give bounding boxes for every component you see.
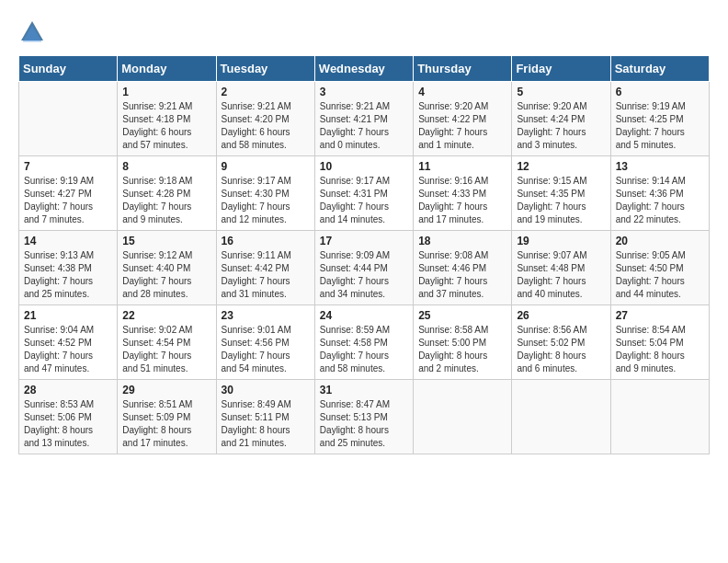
day-info: Sunrise: 9:11 AM Sunset: 4:42 PM Dayligh…: [222, 249, 310, 301]
calendar-row-3: 21Sunrise: 9:04 AM Sunset: 4:52 PM Dayli…: [19, 305, 710, 380]
calendar-cell: 8Sunrise: 9:18 AM Sunset: 4:28 PM Daylig…: [118, 156, 216, 231]
day-number: 25: [418, 309, 506, 322]
calendar-cell: [512, 380, 610, 454]
calendar-cell: 31Sunrise: 8:47 AM Sunset: 5:13 PM Dayli…: [314, 380, 413, 454]
day-info: Sunrise: 9:12 AM Sunset: 4:40 PM Dayligh…: [122, 249, 210, 301]
calendar-cell: [19, 82, 118, 156]
day-info: Sunrise: 8:47 AM Sunset: 5:13 PM Dayligh…: [320, 398, 408, 450]
calendar-cell: 21Sunrise: 9:04 AM Sunset: 4:52 PM Dayli…: [19, 305, 118, 380]
day-info: Sunrise: 8:49 AM Sunset: 5:11 PM Dayligh…: [222, 398, 310, 450]
day-info: Sunrise: 9:02 AM Sunset: 4:54 PM Dayligh…: [122, 324, 210, 375]
calendar-cell: [610, 380, 709, 454]
header-cell-friday: Friday: [512, 56, 610, 82]
calendar-cell: 19Sunrise: 9:07 AM Sunset: 4:48 PM Dayli…: [512, 231, 610, 305]
calendar-cell: 14Sunrise: 9:13 AM Sunset: 4:38 PM Dayli…: [19, 231, 118, 305]
day-number: 16: [222, 235, 310, 247]
calendar-cell: 9Sunrise: 9:17 AM Sunset: 4:30 PM Daylig…: [216, 156, 314, 231]
calendar-row-1: 7Sunrise: 9:19 AM Sunset: 4:27 PM Daylig…: [19, 156, 710, 231]
calendar-row-0: 1Sunrise: 9:21 AM Sunset: 4:18 PM Daylig…: [19, 82, 710, 156]
day-number: 8: [122, 160, 210, 173]
calendar-cell: 7Sunrise: 9:19 AM Sunset: 4:27 PM Daylig…: [19, 156, 118, 231]
page-header: [18, 18, 710, 46]
day-number: 28: [24, 384, 112, 396]
calendar-cell: 5Sunrise: 9:20 AM Sunset: 4:24 PM Daylig…: [512, 82, 610, 156]
day-info: Sunrise: 9:05 AM Sunset: 4:50 PM Dayligh…: [616, 249, 704, 301]
calendar-cell: 28Sunrise: 8:53 AM Sunset: 5:06 PM Dayli…: [19, 380, 118, 454]
day-info: Sunrise: 9:20 AM Sunset: 4:22 PM Dayligh…: [418, 100, 506, 152]
day-info: Sunrise: 9:19 AM Sunset: 4:25 PM Dayligh…: [616, 100, 704, 152]
day-info: Sunrise: 8:56 AM Sunset: 5:02 PM Dayligh…: [517, 324, 605, 375]
day-info: Sunrise: 9:14 AM Sunset: 4:36 PM Dayligh…: [616, 175, 704, 226]
day-number: 22: [122, 309, 210, 322]
day-number: 1: [122, 86, 210, 98]
calendar-header: SundayMondayTuesdayWednesdayThursdayFrid…: [19, 56, 710, 82]
calendar-cell: 20Sunrise: 9:05 AM Sunset: 4:50 PM Dayli…: [610, 231, 709, 305]
day-number: 18: [418, 235, 506, 247]
day-info: Sunrise: 9:09 AM Sunset: 4:44 PM Dayligh…: [320, 249, 408, 301]
day-info: Sunrise: 9:19 AM Sunset: 4:27 PM Dayligh…: [24, 175, 112, 226]
calendar-body: 1Sunrise: 9:21 AM Sunset: 4:18 PM Daylig…: [19, 82, 710, 454]
logo-icon: [18, 18, 46, 46]
day-number: 15: [122, 235, 210, 247]
day-info: Sunrise: 9:04 AM Sunset: 4:52 PM Dayligh…: [24, 324, 112, 375]
header-cell-sunday: Sunday: [19, 56, 118, 82]
calendar-cell: 24Sunrise: 8:59 AM Sunset: 4:58 PM Dayli…: [314, 305, 413, 380]
day-info: Sunrise: 8:58 AM Sunset: 5:00 PM Dayligh…: [418, 324, 506, 375]
day-info: Sunrise: 9:18 AM Sunset: 4:28 PM Dayligh…: [122, 175, 210, 226]
day-number: 17: [320, 235, 408, 247]
calendar-cell: 16Sunrise: 9:11 AM Sunset: 4:42 PM Dayli…: [216, 231, 314, 305]
calendar-cell: 6Sunrise: 9:19 AM Sunset: 4:25 PM Daylig…: [610, 82, 709, 156]
day-number: 30: [222, 384, 310, 396]
day-number: 21: [24, 309, 112, 322]
day-number: 27: [616, 309, 704, 322]
day-info: Sunrise: 9:21 AM Sunset: 4:20 PM Dayligh…: [222, 100, 310, 152]
calendar-cell: 26Sunrise: 8:56 AM Sunset: 5:02 PM Dayli…: [512, 305, 610, 380]
day-info: Sunrise: 9:20 AM Sunset: 4:24 PM Dayligh…: [517, 100, 605, 152]
calendar-cell: 27Sunrise: 8:54 AM Sunset: 5:04 PM Dayli…: [610, 305, 709, 380]
calendar-table: SundayMondayTuesdayWednesdayThursdayFrid…: [18, 55, 710, 454]
calendar-cell: 10Sunrise: 9:17 AM Sunset: 4:31 PM Dayli…: [314, 156, 413, 231]
day-number: 26: [517, 309, 605, 322]
logo: [18, 18, 50, 46]
header-cell-tuesday: Tuesday: [216, 56, 314, 82]
day-number: 13: [616, 160, 704, 173]
day-info: Sunrise: 8:54 AM Sunset: 5:04 PM Dayligh…: [616, 324, 704, 375]
day-number: 7: [24, 160, 112, 173]
calendar-cell: [414, 380, 512, 454]
day-info: Sunrise: 9:17 AM Sunset: 4:31 PM Dayligh…: [320, 175, 408, 226]
calendar-cell: 12Sunrise: 9:15 AM Sunset: 4:35 PM Dayli…: [512, 156, 610, 231]
day-number: 19: [517, 235, 605, 247]
day-info: Sunrise: 8:53 AM Sunset: 5:06 PM Dayligh…: [24, 398, 112, 450]
day-number: 20: [616, 235, 704, 247]
calendar-cell: 30Sunrise: 8:49 AM Sunset: 5:11 PM Dayli…: [216, 380, 314, 454]
day-number: 2: [222, 86, 310, 98]
day-info: Sunrise: 9:01 AM Sunset: 4:56 PM Dayligh…: [222, 324, 310, 375]
calendar-cell: 29Sunrise: 8:51 AM Sunset: 5:09 PM Dayli…: [118, 380, 216, 454]
day-info: Sunrise: 9:15 AM Sunset: 4:35 PM Dayligh…: [517, 175, 605, 226]
calendar-cell: 18Sunrise: 9:08 AM Sunset: 4:46 PM Dayli…: [414, 231, 512, 305]
calendar-cell: 22Sunrise: 9:02 AM Sunset: 4:54 PM Dayli…: [118, 305, 216, 380]
day-number: 6: [616, 86, 704, 98]
day-info: Sunrise: 9:21 AM Sunset: 4:18 PM Dayligh…: [122, 100, 210, 152]
day-number: 9: [222, 160, 310, 173]
calendar-cell: 1Sunrise: 9:21 AM Sunset: 4:18 PM Daylig…: [118, 82, 216, 156]
calendar-cell: 3Sunrise: 9:21 AM Sunset: 4:21 PM Daylig…: [314, 82, 413, 156]
calendar-cell: 2Sunrise: 9:21 AM Sunset: 4:20 PM Daylig…: [216, 82, 314, 156]
day-info: Sunrise: 9:08 AM Sunset: 4:46 PM Dayligh…: [418, 249, 506, 301]
day-number: 4: [418, 86, 506, 98]
day-number: 5: [517, 86, 605, 98]
calendar-cell: 11Sunrise: 9:16 AM Sunset: 4:33 PM Dayli…: [414, 156, 512, 231]
calendar-row-2: 14Sunrise: 9:13 AM Sunset: 4:38 PM Dayli…: [19, 231, 710, 305]
day-info: Sunrise: 9:07 AM Sunset: 4:48 PM Dayligh…: [517, 249, 605, 301]
calendar-cell: 17Sunrise: 9:09 AM Sunset: 4:44 PM Dayli…: [314, 231, 413, 305]
header-cell-wednesday: Wednesday: [314, 56, 413, 82]
header-cell-monday: Monday: [118, 56, 216, 82]
day-number: 12: [517, 160, 605, 173]
calendar-row-4: 28Sunrise: 8:53 AM Sunset: 5:06 PM Dayli…: [19, 380, 710, 454]
calendar-cell: 23Sunrise: 9:01 AM Sunset: 4:56 PM Dayli…: [216, 305, 314, 380]
day-number: 24: [320, 309, 408, 322]
day-number: 11: [418, 160, 506, 173]
day-info: Sunrise: 9:21 AM Sunset: 4:21 PM Dayligh…: [320, 100, 408, 152]
day-info: Sunrise: 9:13 AM Sunset: 4:38 PM Dayligh…: [24, 249, 112, 301]
calendar-cell: 25Sunrise: 8:58 AM Sunset: 5:00 PM Dayli…: [414, 305, 512, 380]
